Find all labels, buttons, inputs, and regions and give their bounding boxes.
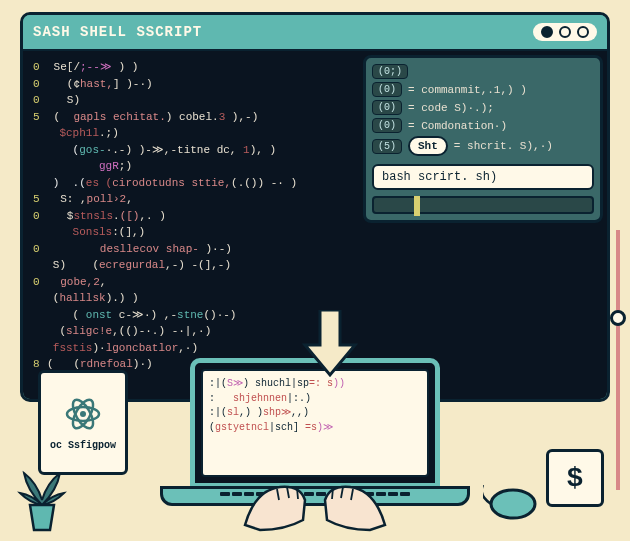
panel-row-1: (0) = commanmit,.1,) ) <box>372 82 594 97</box>
panel-tag: (0) <box>372 100 402 115</box>
svg-point-3 <box>80 411 86 417</box>
logo-card: oc Ssfigpow <box>38 370 128 475</box>
mouse-icon <box>483 485 538 523</box>
reference-panel: (0;) (0) = commanmit,.1,) ) (0) = code S… <box>363 55 603 223</box>
arrow-down-icon <box>300 310 360 380</box>
panel-tag: (0) <box>372 82 402 97</box>
window-controls <box>533 23 597 41</box>
panel-text: = shcrit. S),·) <box>454 140 553 152</box>
svg-point-4 <box>491 490 535 518</box>
slider-handle[interactable] <box>414 196 420 216</box>
atom-icon <box>63 394 103 434</box>
hands-icon <box>235 475 395 535</box>
cable <box>616 230 620 490</box>
panel-tag: (5) <box>372 139 402 154</box>
cable-node <box>610 310 626 326</box>
laptop-code: :|(S≫) shuchl|sp=: s)) : shjehnnen|:.) :… <box>201 369 429 477</box>
control-dot-3[interactable] <box>577 26 589 38</box>
dollar-card: $ <box>546 449 604 507</box>
panel-text: = Comdonation·) <box>408 120 507 132</box>
panel-row-0: (0;) <box>372 64 594 79</box>
dollar-icon: $ <box>567 463 584 494</box>
panel-tag: (0;) <box>372 64 408 79</box>
panel-tag: (0) <box>372 118 402 133</box>
command-input[interactable]: bash scrirt. sh) <box>372 164 594 190</box>
plant-icon <box>12 465 72 535</box>
panel-row-2: (0) = code S)·.); <box>372 100 594 115</box>
titlebar: SASH SHELL SSCRIPT <box>23 15 607 51</box>
panel-text: = code S)·.); <box>408 102 494 114</box>
slider-strip[interactable] <box>372 196 594 214</box>
panel-text: = commanmit,.1,) ) <box>408 84 527 96</box>
window-title: SASH SHELL SSCRIPT <box>33 24 202 40</box>
logo-label: oc Ssfigpow <box>50 440 116 451</box>
panel-row-3: (0) = Comdonation·) <box>372 118 594 133</box>
control-dot-1[interactable] <box>541 26 553 38</box>
panel-row-4: (5) Sht = shcrit. S),·) <box>372 136 594 156</box>
control-dot-2[interactable] <box>559 26 571 38</box>
sht-pill[interactable]: Sht <box>408 136 448 156</box>
